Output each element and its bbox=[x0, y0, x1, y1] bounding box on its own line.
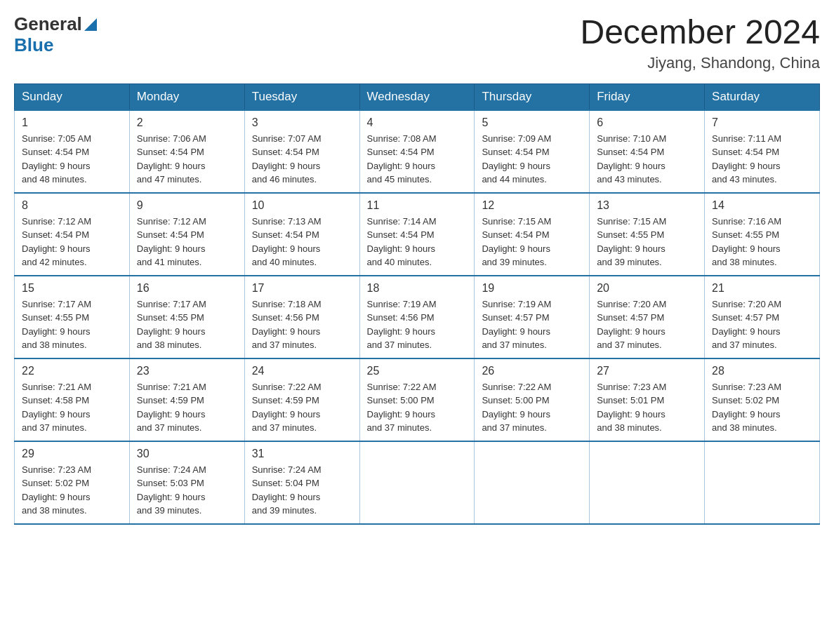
calendar-day-cell: 17 Sunrise: 7:18 AMSunset: 4:56 PMDaylig… bbox=[244, 276, 359, 358]
calendar-day-cell: 13 Sunrise: 7:15 AMSunset: 4:55 PMDaylig… bbox=[590, 193, 705, 276]
calendar-day-header: Monday bbox=[129, 83, 244, 110]
calendar-week-row: 8 Sunrise: 7:12 AMSunset: 4:54 PMDayligh… bbox=[15, 193, 820, 276]
calendar-day-cell: 31 Sunrise: 7:24 AMSunset: 5:04 PMDaylig… bbox=[244, 441, 359, 524]
day-number: 6 bbox=[597, 116, 697, 129]
day-info: Sunrise: 7:23 AMSunset: 5:01 PMDaylight:… bbox=[597, 382, 666, 434]
calendar-day-cell: 21 Sunrise: 7:20 AMSunset: 4:57 PMDaylig… bbox=[705, 276, 820, 358]
svg-marker-0 bbox=[84, 18, 97, 31]
calendar-day-cell: 8 Sunrise: 7:12 AMSunset: 4:54 PMDayligh… bbox=[15, 193, 130, 276]
day-number: 27 bbox=[597, 365, 697, 377]
day-info: Sunrise: 7:15 AMSunset: 4:55 PMDaylight:… bbox=[597, 216, 666, 268]
page-header: General Blue December 2024 Jiyang, Shand… bbox=[14, 14, 820, 72]
day-info: Sunrise: 7:21 AMSunset: 4:59 PMDaylight:… bbox=[137, 382, 206, 434]
day-info: Sunrise: 7:19 AMSunset: 4:56 PMDaylight:… bbox=[367, 299, 437, 351]
day-info: Sunrise: 7:19 AMSunset: 4:57 PMDaylight:… bbox=[482, 299, 551, 351]
day-info: Sunrise: 7:22 AMSunset: 5:00 PMDaylight:… bbox=[367, 382, 437, 434]
day-info: Sunrise: 7:14 AMSunset: 4:54 PMDaylight:… bbox=[367, 216, 437, 268]
day-number: 25 bbox=[367, 365, 468, 377]
day-info: Sunrise: 7:24 AMSunset: 5:03 PMDaylight:… bbox=[137, 464, 206, 516]
calendar-day-cell: 7 Sunrise: 7:11 AMSunset: 4:54 PMDayligh… bbox=[705, 110, 820, 193]
day-info: Sunrise: 7:13 AMSunset: 4:54 PMDaylight:… bbox=[252, 216, 322, 268]
day-info: Sunrise: 7:12 AMSunset: 4:54 PMDaylight:… bbox=[22, 216, 91, 268]
day-number: 15 bbox=[22, 282, 122, 295]
calendar-week-row: 29 Sunrise: 7:23 AMSunset: 5:02 PMDaylig… bbox=[15, 441, 820, 524]
calendar-day-cell: 10 Sunrise: 7:13 AMSunset: 4:54 PMDaylig… bbox=[244, 193, 359, 276]
day-number: 12 bbox=[482, 199, 582, 212]
day-number: 7 bbox=[712, 116, 812, 129]
day-number: 5 bbox=[482, 116, 582, 129]
day-number: 1 bbox=[22, 116, 122, 129]
calendar-week-row: 1 Sunrise: 7:05 AMSunset: 4:54 PMDayligh… bbox=[15, 110, 820, 193]
calendar-day-cell: 9 Sunrise: 7:12 AMSunset: 4:54 PMDayligh… bbox=[129, 193, 244, 276]
calendar-table: SundayMondayTuesdayWednesdayThursdayFrid… bbox=[14, 83, 820, 525]
calendar-day-cell: 16 Sunrise: 7:17 AMSunset: 4:55 PMDaylig… bbox=[129, 276, 244, 358]
day-number: 13 bbox=[597, 199, 697, 212]
day-number: 3 bbox=[252, 116, 352, 129]
day-number: 22 bbox=[22, 365, 122, 377]
day-number: 9 bbox=[137, 199, 237, 212]
day-number: 19 bbox=[482, 282, 582, 295]
day-info: Sunrise: 7:15 AMSunset: 4:54 PMDaylight:… bbox=[482, 216, 551, 268]
logo: General Blue bbox=[14, 14, 97, 56]
logo-triangle-icon bbox=[84, 18, 97, 31]
calendar-day-cell: 20 Sunrise: 7:20 AMSunset: 4:57 PMDaylig… bbox=[590, 276, 705, 358]
day-number: 4 bbox=[367, 116, 468, 129]
day-info: Sunrise: 7:24 AMSunset: 5:04 PMDaylight:… bbox=[252, 464, 322, 516]
calendar-day-cell: 1 Sunrise: 7:05 AMSunset: 4:54 PMDayligh… bbox=[15, 110, 130, 193]
day-number: 2 bbox=[137, 116, 237, 129]
day-info: Sunrise: 7:11 AMSunset: 4:54 PMDaylight:… bbox=[712, 133, 781, 185]
calendar-day-cell: 27 Sunrise: 7:23 AMSunset: 5:01 PMDaylig… bbox=[590, 358, 705, 441]
month-title: December 2024 bbox=[580, 14, 820, 51]
calendar-week-row: 15 Sunrise: 7:17 AMSunset: 4:55 PMDaylig… bbox=[15, 276, 820, 358]
day-info: Sunrise: 7:17 AMSunset: 4:55 PMDaylight:… bbox=[137, 299, 206, 351]
day-info: Sunrise: 7:22 AMSunset: 5:00 PMDaylight:… bbox=[482, 382, 551, 434]
day-number: 31 bbox=[252, 448, 352, 460]
day-number: 16 bbox=[137, 282, 237, 295]
calendar-day-cell: 26 Sunrise: 7:22 AMSunset: 5:00 PMDaylig… bbox=[475, 358, 590, 441]
calendar-day-cell: 12 Sunrise: 7:15 AMSunset: 4:54 PMDaylig… bbox=[475, 193, 590, 276]
day-number: 8 bbox=[22, 199, 122, 212]
day-number: 20 bbox=[597, 282, 697, 295]
calendar-day-cell: 6 Sunrise: 7:10 AMSunset: 4:54 PMDayligh… bbox=[590, 110, 705, 193]
day-info: Sunrise: 7:05 AMSunset: 4:54 PMDaylight:… bbox=[22, 133, 91, 185]
calendar-day-cell: 3 Sunrise: 7:07 AMSunset: 4:54 PMDayligh… bbox=[244, 110, 359, 193]
day-info: Sunrise: 7:23 AMSunset: 5:02 PMDaylight:… bbox=[22, 464, 91, 516]
day-info: Sunrise: 7:22 AMSunset: 4:59 PMDaylight:… bbox=[252, 382, 322, 434]
calendar-week-row: 22 Sunrise: 7:21 AMSunset: 4:58 PMDaylig… bbox=[15, 358, 820, 441]
day-number: 14 bbox=[712, 199, 812, 212]
day-info: Sunrise: 7:16 AMSunset: 4:55 PMDaylight:… bbox=[712, 216, 781, 268]
day-info: Sunrise: 7:08 AMSunset: 4:54 PMDaylight:… bbox=[367, 133, 437, 185]
calendar-day-cell bbox=[475, 441, 590, 524]
calendar-day-header: Saturday bbox=[705, 83, 820, 110]
day-number: 26 bbox=[482, 365, 582, 377]
calendar-day-cell: 14 Sunrise: 7:16 AMSunset: 4:55 PMDaylig… bbox=[705, 193, 820, 276]
calendar-day-cell bbox=[359, 441, 475, 524]
day-number: 23 bbox=[137, 365, 237, 377]
logo-general-text: General bbox=[14, 14, 97, 35]
day-info: Sunrise: 7:20 AMSunset: 4:57 PMDaylight:… bbox=[712, 299, 781, 351]
calendar-day-cell: 15 Sunrise: 7:17 AMSunset: 4:55 PMDaylig… bbox=[15, 276, 130, 358]
day-info: Sunrise: 7:07 AMSunset: 4:54 PMDaylight:… bbox=[252, 133, 322, 185]
day-info: Sunrise: 7:12 AMSunset: 4:54 PMDaylight:… bbox=[137, 216, 206, 268]
day-info: Sunrise: 7:09 AMSunset: 4:54 PMDaylight:… bbox=[482, 133, 551, 185]
calendar-day-cell: 18 Sunrise: 7:19 AMSunset: 4:56 PMDaylig… bbox=[359, 276, 475, 358]
title-block: December 2024 Jiyang, Shandong, China bbox=[580, 14, 820, 72]
calendar-day-cell: 4 Sunrise: 7:08 AMSunset: 4:54 PMDayligh… bbox=[359, 110, 475, 193]
day-number: 17 bbox=[252, 282, 352, 295]
calendar-day-header: Thursday bbox=[475, 83, 590, 110]
calendar-day-cell bbox=[590, 441, 705, 524]
calendar-day-cell bbox=[705, 441, 820, 524]
day-info: Sunrise: 7:06 AMSunset: 4:54 PMDaylight:… bbox=[137, 133, 206, 185]
calendar-day-header: Wednesday bbox=[359, 83, 475, 110]
day-number: 28 bbox=[712, 365, 812, 377]
calendar-day-cell: 22 Sunrise: 7:21 AMSunset: 4:58 PMDaylig… bbox=[15, 358, 130, 441]
calendar-day-cell: 24 Sunrise: 7:22 AMSunset: 4:59 PMDaylig… bbox=[244, 358, 359, 441]
day-number: 18 bbox=[367, 282, 468, 295]
calendar-header-row: SundayMondayTuesdayWednesdayThursdayFrid… bbox=[15, 83, 820, 110]
day-number: 29 bbox=[22, 448, 122, 460]
day-number: 21 bbox=[712, 282, 812, 295]
calendar-day-cell: 23 Sunrise: 7:21 AMSunset: 4:59 PMDaylig… bbox=[129, 358, 244, 441]
calendar-day-cell: 11 Sunrise: 7:14 AMSunset: 4:54 PMDaylig… bbox=[359, 193, 475, 276]
calendar-day-cell: 5 Sunrise: 7:09 AMSunset: 4:54 PMDayligh… bbox=[475, 110, 590, 193]
calendar-day-cell: 29 Sunrise: 7:23 AMSunset: 5:02 PMDaylig… bbox=[15, 441, 130, 524]
